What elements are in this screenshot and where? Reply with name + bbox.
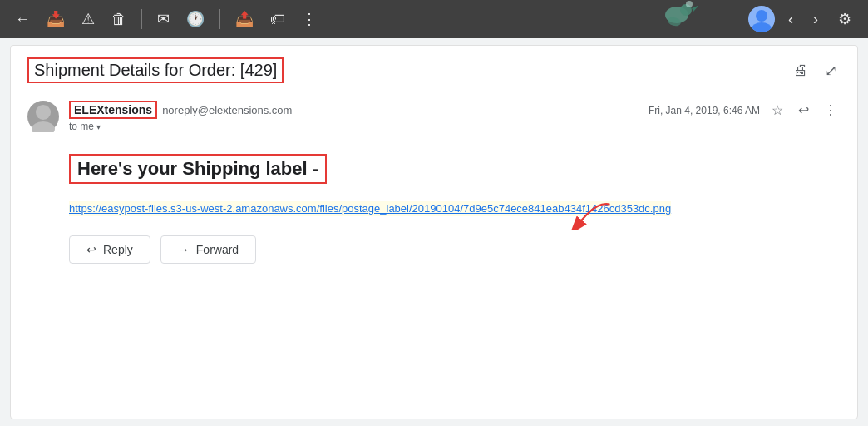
reply-header-button[interactable]: ↩ (795, 101, 812, 120)
delete-button[interactable]: 🗑 (106, 7, 131, 32)
mark-button[interactable]: ✉ (152, 7, 175, 32)
toolbar-mascot (635, 0, 702, 38)
forward-btn-label: Forward (196, 243, 239, 256)
move-button[interactable]: 📤 (230, 7, 259, 32)
settings-button[interactable]: ⚙ (831, 7, 858, 32)
sender-row: ELEXtensions noreply@elextensions.com to… (11, 92, 857, 141)
svg-point-6 (752, 22, 772, 32)
snooze-button[interactable]: 🕐 (181, 7, 210, 32)
more-email-button[interactable]: ⋮ (821, 101, 841, 120)
email-actions: ↩ Reply → Forward (69, 235, 799, 264)
report-button[interactable]: ⚠ (76, 7, 100, 32)
email-subject: Shipment Details for Order: [429] (27, 57, 284, 83)
sender-to: to me ▾ (69, 121, 639, 132)
profile-avatar[interactable] (748, 6, 775, 32)
svg-marker-2 (692, 5, 698, 12)
back-button[interactable]: ← (10, 7, 35, 32)
toolbar-right: ‹ › ⚙ (748, 6, 858, 32)
email-body: Here's your Shipping label - https://eas… (11, 141, 857, 277)
svg-point-7 (36, 105, 51, 120)
forward-btn-icon: → (178, 243, 190, 256)
reply-btn-icon: ↩ (86, 243, 96, 256)
nav-prev-button[interactable]: ‹ (782, 7, 800, 32)
reply-button[interactable]: ↩ Reply (69, 235, 150, 264)
sender-name: ELEXtensions (69, 101, 157, 119)
archive-button[interactable]: 📥 (42, 7, 70, 32)
sender-to-dropdown[interactable]: ▾ (96, 122, 101, 131)
sender-meta-right: Fri, Jan 4, 2019, 6:46 AM ☆ ↩ ⋮ (649, 101, 841, 120)
sender-name-row: ELEXtensions noreply@elextensions.com (69, 101, 639, 119)
sender-info: ELEXtensions noreply@elextensions.com to… (69, 101, 639, 132)
sender-to-label: to me (69, 121, 94, 132)
svg-point-4 (686, 1, 693, 7)
toolbar-separator-1 (141, 9, 142, 29)
email-heading: Here's your Shipping label - (69, 154, 327, 184)
svg-point-5 (756, 10, 767, 22)
popout-icon[interactable]: ⤢ (821, 58, 841, 83)
label-button[interactable]: 🏷 (265, 7, 290, 32)
sender-avatar (27, 101, 59, 132)
nav-next-button[interactable]: › (806, 7, 825, 32)
subject-actions: 🖨 ⤢ (790, 58, 841, 83)
toolbar-separator-2 (219, 9, 220, 29)
email-date: Fri, Jan 4, 2019, 6:46 AM (649, 105, 760, 116)
subject-row: Shipment Details for Order: [429] 🖨 ⤢ (11, 46, 857, 92)
toolbar: ← 📥 ⚠ 🗑 ✉ 🕐 📤 🏷 ⋮ ‹ › ⚙ (0, 0, 868, 38)
email-container: Shipment Details for Order: [429] 🖨 ⤢ EL… (10, 45, 858, 419)
sender-email: noreply@elextensions.com (162, 104, 292, 116)
print-icon[interactable]: 🖨 (790, 58, 811, 82)
reply-btn-label: Reply (103, 243, 133, 256)
more-toolbar-button[interactable]: ⋮ (297, 7, 322, 32)
star-button[interactable]: ☆ (768, 101, 787, 120)
arrow-annotation (566, 197, 616, 230)
svg-point-8 (32, 121, 55, 132)
forward-button[interactable]: → Forward (160, 235, 256, 264)
email-link-row: https://easypost-files.s3-us-west-2.amaz… (69, 201, 799, 215)
